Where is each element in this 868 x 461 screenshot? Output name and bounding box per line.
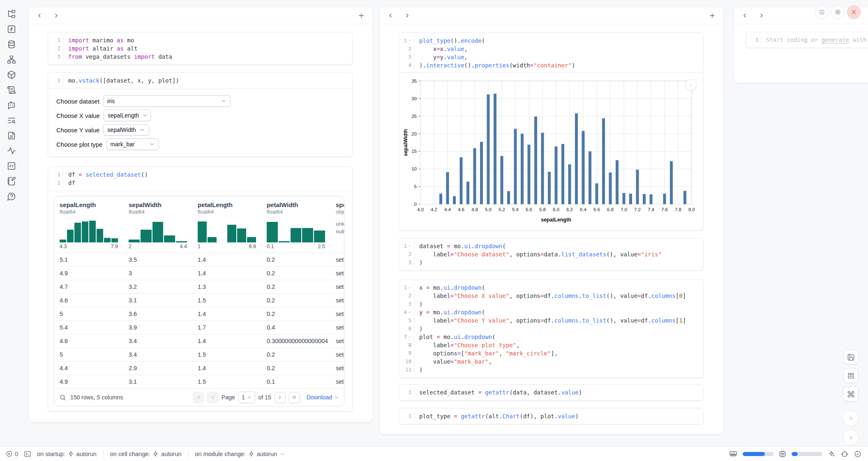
table-column-header[interactable]: sepalWidthfloat6424.4 [128, 201, 197, 249]
errors-indicator[interactable]: 0 [6, 450, 18, 457]
column-left-button[interactable] [387, 12, 394, 19]
code-line[interactable]: 6) [399, 325, 703, 333]
table-column-header[interactable]: sepalLengthfloat644.37.9 [59, 201, 128, 249]
code-line[interactable]: 3from vega_datasets import data [48, 53, 352, 61]
prev-page-button[interactable] [207, 392, 218, 403]
table-row[interactable]: 4.93.11.50.1setosa [54, 375, 344, 388]
fold-caret-icon[interactable] [408, 335, 411, 339]
layout-select-button[interactable] [843, 368, 858, 383]
dropdown-select[interactable]: sepalLength [104, 110, 151, 121]
code-line[interactable]: 2 x=x.value, [399, 45, 703, 53]
table-row[interactable]: 4.931.40.2setosa [54, 266, 344, 280]
code-line[interactable]: 2 label="Choose dataset", options=data.l… [399, 250, 703, 258]
column-left-button[interactable] [36, 12, 43, 19]
code-editor[interactable]: 1dataset = mo.ui.dropdown(2 label="Choos… [399, 238, 703, 270]
table-row[interactable]: 4.73.21.30.2setosa [54, 280, 344, 293]
code-line[interactable]: 1df = selected_dataset() [48, 171, 352, 179]
code-line[interactable]: 1selected_dataset = getattr(data, datase… [399, 388, 703, 396]
table-column-header[interactable]: speciesobjectunique:nulls: [335, 201, 344, 249]
settings-button[interactable] [831, 5, 845, 19]
code-editor[interactable]: 1df = selected_dataset()2df [48, 167, 352, 191]
code-line[interactable]: 1plot_type().encode( [399, 37, 703, 45]
dropdown-select[interactable]: mark_bar [106, 138, 159, 150]
code-editor[interactable]: 1mo.vstack([dataset, x, y, plot]) [48, 73, 352, 88]
autorun-setting-1[interactable]: on cell change:autorun [110, 451, 182, 457]
sidebar-datasources-button[interactable] [7, 39, 17, 49]
menu-button[interactable] [815, 5, 829, 19]
connection-status-button[interactable] [854, 450, 861, 458]
code-line[interactable]: 5 label="Choose Y value", options=df.col… [399, 316, 703, 325]
code-editor[interactable]: 1x = mo.ui.dropdown(2 label="Choose X va… [399, 280, 703, 378]
code-editor[interactable]: 1selected_dataset = getattr(data, datase… [399, 385, 703, 400]
code-line[interactable]: 1Start coding or generate with AI [746, 36, 868, 44]
fold-caret-icon[interactable] [408, 244, 411, 248]
sidebar-ai-chat-button[interactable] [7, 100, 17, 110]
code-line[interactable]: 11) [399, 366, 703, 374]
table-row[interactable]: 4.42.91.40.2setosa [54, 361, 344, 375]
sidebar-snippets-button[interactable] [7, 161, 17, 171]
code-line[interactable]: 1dataset = mo.ui.dropdown( [399, 242, 703, 250]
close-button[interactable] [847, 5, 861, 19]
code-line[interactable]: 4).interactive().properties(width="conta… [399, 61, 703, 69]
code-line[interactable]: 1import marimo as mo [48, 36, 352, 44]
code-line[interactable]: 2df [48, 179, 352, 187]
sidebar-tracing-button[interactable] [7, 145, 17, 156]
sidebar-functions-button[interactable] [7, 24, 17, 34]
bot-button[interactable] [840, 450, 849, 458]
table-row[interactable]: 5.13.51.40.2setosa [54, 253, 344, 266]
sidebar-documentation-button[interactable] [7, 130, 17, 141]
column-right-button[interactable] [758, 12, 765, 19]
sidebar-variable-explorer-button[interactable] [7, 115, 17, 125]
code-editor[interactable]: 1import marimo as mo2import altair as al… [48, 32, 352, 65]
table-search-icon[interactable] [59, 394, 66, 401]
dropdown-select[interactable]: iris [103, 95, 231, 107]
autorun-setting-0[interactable]: on startup:autorun [37, 451, 97, 457]
table-row[interactable]: 53.61.40.2setosa [54, 307, 344, 320]
code-line[interactable]: 3) [399, 258, 703, 267]
code-line[interactable]: 2 label="Choose X value", options=df.col… [399, 292, 703, 300]
column-right-button[interactable] [404, 12, 411, 19]
save-notebook-button[interactable] [843, 350, 858, 364]
code-line[interactable]: 9 options=["mark_bar", "mark_circle"], [399, 349, 703, 357]
code-editor[interactable]: 1Start coding or generate with AI [746, 32, 868, 48]
column-left-button[interactable] [741, 12, 748, 19]
add-column-button[interactable] [358, 12, 365, 19]
run-button[interactable] [843, 430, 859, 445]
sidebar-scratchpad-button[interactable] [7, 176, 17, 186]
code-line[interactable]: 2import altair as alt [48, 44, 352, 53]
chart-more-options-button[interactable] [685, 79, 697, 91]
generate-link[interactable]: generate [822, 37, 849, 43]
table-column-header[interactable]: petalLengthfloat6416.9 [197, 201, 266, 249]
table-row[interactable]: 4.63.41.40.30000000000000004setosa [54, 334, 344, 348]
dropdown-select[interactable]: sepalWidth [103, 124, 149, 136]
code-line[interactable]: 3 y=y.value, [399, 53, 703, 61]
first-page-button[interactable] [193, 392, 204, 403]
fold-caret-icon[interactable] [408, 286, 411, 290]
chart-container[interactable]: 051015202530354.04.24.44.64.85.05.25.45.… [402, 75, 699, 229]
terminal-button[interactable] [24, 450, 31, 458]
sidebar-file-explorer-button[interactable] [7, 9, 17, 19]
table-row[interactable]: 4.63.11.50.2setosa [54, 293, 344, 307]
stop-button[interactable] [843, 410, 859, 426]
keyboard-shortcuts-button[interactable] [843, 387, 858, 401]
code-editor[interactable]: 1plot_type().encode(2 x=x.value,3 y=y.va… [399, 33, 703, 73]
autorun-setting-2[interactable]: on module change:autorun [195, 451, 286, 457]
altair-bar-chart[interactable]: 051015202530354.04.24.44.64.85.05.25.45.… [402, 75, 699, 227]
code-line[interactable]: 7plot = mo.ui.dropdown( [399, 333, 703, 341]
page-select[interactable]: 1 [238, 392, 255, 403]
sidebar-logs-button[interactable] [7, 85, 17, 95]
code-line[interactable]: 3) [399, 300, 703, 308]
column-right-button[interactable] [53, 12, 60, 19]
code-line[interactable]: 4y = mo.ui.dropdown( [399, 308, 703, 316]
fold-caret-icon[interactable] [408, 311, 411, 314]
code-editor[interactable]: 1plot_type = getattr(alt.Chart(df), plot… [399, 408, 703, 424]
code-line[interactable]: 1x = mo.ui.dropdown( [399, 284, 703, 292]
code-line[interactable]: 1mo.vstack([dataset, x, y, plot]) [48, 76, 352, 85]
add-column-button[interactable] [709, 12, 716, 19]
last-page-button[interactable] [289, 392, 300, 403]
download-button[interactable]: Download [307, 394, 339, 401]
fold-caret-icon[interactable] [408, 39, 411, 43]
ai-sparkles-button[interactable] [828, 450, 835, 458]
table-column-header[interactable]: petalWidthfloat640.12.5 [266, 201, 335, 249]
code-line[interactable]: 10 value="mark_bar", [399, 357, 703, 366]
